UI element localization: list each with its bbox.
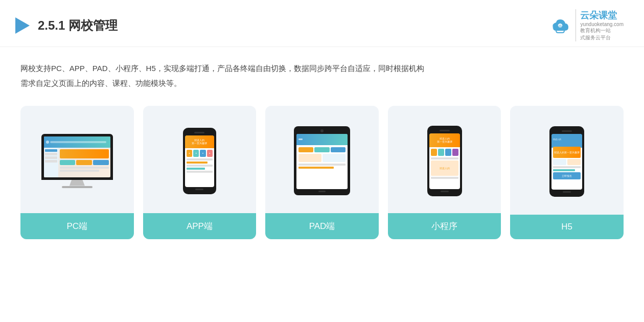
- phone-home-button: [195, 189, 203, 190]
- card-pc-label: PC端: [20, 213, 134, 239]
- logo-triangle-icon: [15, 17, 30, 34]
- description-line1: 网校支持PC、APP、PAD、小程序、H5，实现多端打通，产品各终端自由切换，数…: [20, 61, 624, 76]
- h5-home-button: [563, 191, 571, 193]
- pc-base: [62, 186, 93, 188]
- tablet-home-button: [318, 191, 326, 192]
- card-miniprogram-label: 小程序: [388, 213, 501, 239]
- h5-phone-mockup: 招进人的 招进人的第一堂兴趣课 立即报名: [549, 126, 584, 197]
- description-line2: 需求自定义页面上的内容、课程、功能模块等。: [20, 76, 624, 91]
- pc-stand: [70, 180, 85, 186]
- h5-phone-screen: 招进人的 招进人的第一堂兴趣课 立即报名: [551, 134, 582, 190]
- tablet-screen: [296, 134, 348, 189]
- miniprogram-home-button: [441, 191, 449, 192]
- card-pc: PC端: [20, 106, 134, 239]
- tablet-camera: [320, 129, 324, 132]
- brand-name: 云朵课堂: [580, 9, 624, 21]
- phone-speaker: [194, 132, 204, 133]
- page-title: 2.5.1 网校管理: [38, 17, 118, 34]
- pc-screen-inner: [44, 136, 110, 177]
- brand-tagline1: 教育机构一站: [580, 27, 624, 34]
- description: 网校支持PC、APP、PAD、小程序、H5，实现多端打通，产品各终端自由切换，数…: [0, 47, 644, 96]
- pc-screen-outer: [41, 134, 113, 180]
- cards-section: PC端 招进人的第一堂兴趣课 ● ● ●: [0, 96, 644, 249]
- pc-mockup: [41, 134, 113, 188]
- header-left: 2.5.1 网校管理: [15, 17, 118, 34]
- h5-speaker: [562, 130, 572, 132]
- card-app-image: 招进人的第一堂兴趣课 ● ● ● ●: [143, 106, 257, 213]
- miniprogram-speaker: [440, 130, 450, 131]
- cloud-logo-icon: [549, 16, 571, 35]
- card-app: 招进人的第一堂兴趣课 ● ● ● ●: [143, 106, 257, 239]
- app-phone-screen: 招进人的第一堂兴趣课 ● ● ● ●: [185, 135, 214, 187]
- miniprogram-phone-screen: 招进人的第一堂兴趣课 招进人的: [429, 133, 460, 189]
- app-phone-mockup: 招进人的第一堂兴趣课 ● ● ● ●: [183, 128, 216, 194]
- card-miniprogram: 招进人的第一堂兴趣课 招进人的: [388, 106, 501, 239]
- card-miniprogram-image: 招进人的第一堂兴趣课 招进人的: [388, 106, 501, 213]
- brand-tagline2: 式服务云平台: [580, 34, 624, 41]
- tablet-mockup: [294, 126, 350, 195]
- card-h5-label: H5: [510, 215, 624, 239]
- brand-logo: 云朵课堂 yunduoketang.com 教育机构一站 式服务云平台: [549, 9, 624, 41]
- card-pad-image: [265, 106, 379, 213]
- brand-text: 云朵课堂 yunduoketang.com 教育机构一站 式服务云平台: [576, 9, 624, 41]
- card-h5: 招进人的 招进人的第一堂兴趣课 立即报名: [510, 106, 624, 239]
- card-app-label: APP端: [143, 213, 257, 239]
- card-h5-image: 招进人的 招进人的第一堂兴趣课 立即报名: [510, 106, 624, 215]
- card-pc-image: [20, 106, 134, 213]
- header: 2.5.1 网校管理 云朵课堂 yunduoketang.com 教育机构一站: [0, 0, 644, 47]
- brand-url: yunduoketang.com: [580, 21, 624, 27]
- card-pad: PAD端: [265, 106, 379, 239]
- miniprogram-phone-mockup: 招进人的第一堂兴趣课 招进人的: [427, 126, 462, 196]
- card-pad-label: PAD端: [265, 213, 379, 239]
- page: 2.5.1 网校管理 云朵课堂 yunduoketang.com 教育机构一站: [0, 0, 644, 322]
- header-right: 云朵课堂 yunduoketang.com 教育机构一站 式服务云平台: [549, 9, 624, 41]
